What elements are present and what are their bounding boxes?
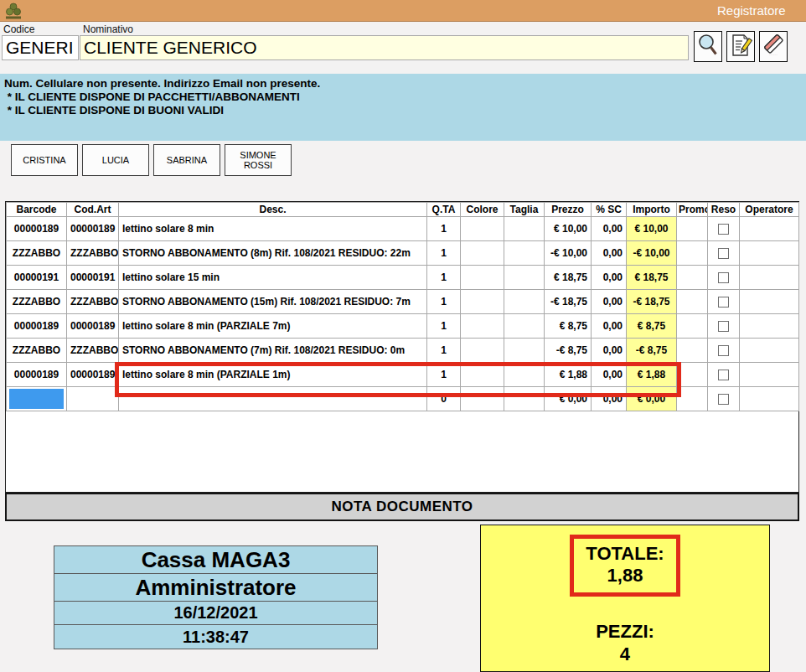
cell-colore[interactable]	[461, 290, 504, 314]
cell-sc[interactable]: 0,00	[592, 363, 627, 387]
cell-qta[interactable]: 0	[427, 387, 461, 411]
cell-barcode[interactable]: ZZZABBO	[7, 339, 67, 363]
cell-promo[interactable]	[677, 290, 708, 314]
col-header-desc[interactable]: Desc.	[119, 203, 427, 217]
cell-reso[interactable]	[708, 363, 740, 387]
cell-taglia[interactable]	[504, 266, 545, 290]
cell-importo[interactable]: € 8,75	[627, 314, 677, 339]
cell-colore[interactable]	[461, 339, 504, 363]
cell-sc[interactable]: 0,00	[592, 339, 627, 363]
cell-qta[interactable]: 1	[427, 314, 461, 339]
cell-colore[interactable]	[461, 363, 504, 387]
reso-checkbox[interactable]	[718, 248, 729, 259]
cell-cod-art[interactable]: ZZZABBO	[67, 339, 119, 363]
cell-importo[interactable]: -€ 8,75	[627, 339, 677, 363]
cell-barcode[interactable]: 00000189	[7, 363, 67, 387]
cell-taglia[interactable]	[504, 290, 545, 314]
cell-operatore[interactable]	[740, 387, 799, 411]
cell-sc[interactable]: 0,00	[592, 241, 627, 266]
cell-cod-art[interactable]: 00000189	[67, 363, 119, 387]
cell-sc[interactable]: 0,00	[592, 217, 627, 241]
cell-qta[interactable]: 1	[427, 339, 461, 363]
cell-sc[interactable]: 0,00	[592, 290, 627, 314]
cell-reso[interactable]	[708, 314, 740, 339]
cell-desc[interactable]	[119, 387, 427, 411]
col-header-operatore[interactable]: Operatore	[740, 203, 799, 217]
codice-input[interactable]: GENERI	[2, 35, 79, 60]
cell-operatore[interactable]	[740, 241, 799, 266]
cell-promo[interactable]	[677, 241, 708, 266]
cell-promo[interactable]	[677, 266, 708, 290]
cell-cod-art[interactable]: ZZZABBO	[67, 241, 119, 266]
cell-taglia[interactable]	[504, 241, 545, 266]
cell-prezzo[interactable]: € 1,88	[545, 363, 592, 387]
col-header-colore[interactable]: Colore	[461, 203, 504, 217]
cell-qta[interactable]: 1	[427, 217, 461, 241]
operator-button-cristina[interactable]: CRISTINA	[11, 144, 78, 176]
cell-promo[interactable]	[677, 217, 708, 241]
cell-operatore[interactable]	[740, 266, 799, 290]
cell-qta[interactable]: 1	[427, 266, 461, 290]
reso-checkbox[interactable]	[718, 345, 729, 356]
cell-colore[interactable]	[461, 314, 504, 339]
cell-prezzo[interactable]: -€ 18,75	[545, 290, 592, 314]
cell-cod-art[interactable]: ZZZABBO	[67, 290, 119, 314]
cell-prezzo[interactable]: € 18,75	[545, 266, 592, 290]
operator-button-simone-rossi[interactable]: SIMONE ROSSI	[225, 144, 292, 176]
col-header-cod-art[interactable]: Cod.Art	[67, 203, 119, 217]
col-header-prezzo[interactable]: Prezzo	[545, 203, 592, 217]
cell-barcode[interactable]: 00000189	[7, 217, 67, 241]
cell-desc[interactable]: STORNO ABBONAMENTO (8m) Rif. 108/2021 RE…	[119, 241, 427, 266]
reso-checkbox[interactable]	[718, 321, 729, 332]
cell-desc[interactable]: lettino solare 8 min (PARZIALE 7m)	[119, 314, 427, 339]
search-customer-button[interactable]	[694, 31, 722, 62]
cell-colore[interactable]	[461, 217, 504, 241]
cell-cod-art[interactable]: 00000191	[67, 266, 119, 290]
cell-reso[interactable]	[708, 387, 740, 411]
col-header-qta[interactable]: Q.TA	[427, 203, 461, 217]
cell-desc[interactable]: STORNO ABBONAMENTO (15m) Rif. 108/2021 R…	[119, 290, 427, 314]
cell-taglia[interactable]	[504, 314, 545, 339]
cell-colore[interactable]	[461, 241, 504, 266]
nominativo-input[interactable]: CLIENTE GENERICO	[80, 35, 689, 60]
cell-reso[interactable]	[708, 290, 740, 314]
cell-taglia[interactable]	[504, 217, 545, 241]
cell-promo[interactable]	[677, 387, 708, 411]
cell-importo[interactable]: € 1,88	[627, 363, 677, 387]
cell-operatore[interactable]	[740, 363, 799, 387]
cell-taglia[interactable]	[504, 387, 545, 411]
cell-desc[interactable]: lettino solare 15 min	[119, 266, 427, 290]
cell-prezzo[interactable]: -€ 8,75	[545, 339, 592, 363]
cell-reso[interactable]	[708, 217, 740, 241]
cell-promo[interactable]	[677, 314, 708, 339]
col-header-barcode[interactable]: Barcode	[7, 203, 67, 217]
clear-customer-button[interactable]: · · · · ·	[759, 31, 788, 62]
cell-reso[interactable]	[708, 266, 740, 290]
cell-desc[interactable]: lettino solare 8 min (PARZIALE 1m)	[119, 363, 427, 387]
operator-button-lucia[interactable]: LUCIA	[82, 144, 149, 176]
cell-barcode[interactable]: ZZZABBO	[7, 241, 67, 266]
cell-importo[interactable]: -€ 18,75	[627, 290, 677, 314]
cell-importo[interactable]: € 0,00	[627, 387, 677, 411]
cell-importo[interactable]: € 18,75	[627, 266, 677, 290]
col-header-importo[interactable]: Importo	[627, 203, 677, 217]
cell-taglia[interactable]	[504, 339, 545, 363]
cell-qta[interactable]: 1	[427, 241, 461, 266]
cell-barcode[interactable]: ZZZABBO	[7, 290, 67, 314]
col-header-reso[interactable]: Reso	[708, 203, 740, 217]
cell-sc[interactable]: 0,00	[592, 314, 627, 339]
cell-desc[interactable]: lettino solare 8 min	[119, 217, 427, 241]
cell-prezzo[interactable]: € 8,75	[545, 314, 592, 339]
cell-cod-art[interactable]	[67, 387, 119, 411]
cell-prezzo[interactable]: -€ 10,00	[545, 241, 592, 266]
cell-cod-art[interactable]: 00000189	[67, 314, 119, 339]
reso-checkbox[interactable]	[718, 272, 729, 283]
cell-sc[interactable]: 0,00	[592, 387, 627, 411]
cell-importo[interactable]: -€ 10,00	[627, 241, 677, 266]
cell-reso[interactable]	[708, 339, 740, 363]
reso-checkbox[interactable]	[718, 224, 729, 235]
operator-button-sabrina[interactable]: SABRINA	[153, 144, 220, 176]
cell-prezzo[interactable]: € 10,00	[545, 217, 592, 241]
cell-colore[interactable]	[461, 387, 504, 411]
cell-prezzo[interactable]: € 0,00	[545, 387, 592, 411]
